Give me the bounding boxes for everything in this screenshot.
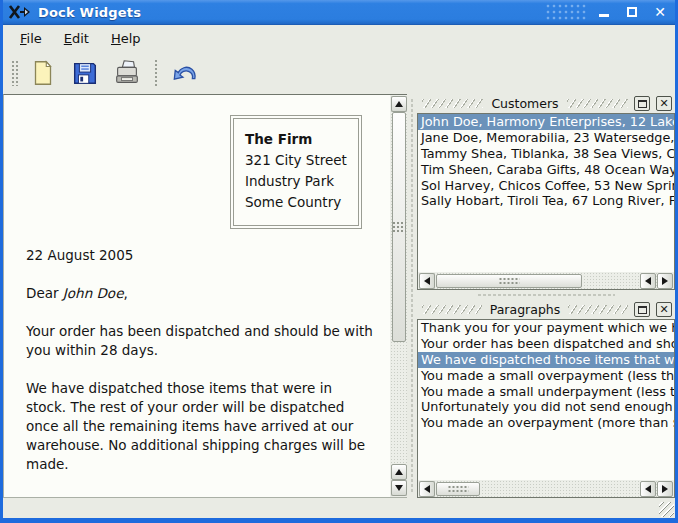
close-button[interactable]: ✕ — [649, 3, 671, 21]
letter-date: 22 August 2005 — [26, 246, 390, 265]
recipient-name: John Doe — [63, 285, 124, 301]
paragraph-list-item[interactable]: Your order has been dispatched and shoul… — [418, 336, 674, 352]
menu-file[interactable]: File — [11, 27, 51, 50]
menubar: File Edit Help — [3, 25, 675, 52]
customer-list-item[interactable]: Jane Doe, Memorabilia, 23 Watersedge, Be… — [418, 130, 674, 146]
new-letter-button[interactable] — [24, 55, 62, 91]
paragraphs-dock-titlebar[interactable]: Paragraphs ✕ — [417, 300, 675, 319]
menu-help[interactable]: Help — [102, 27, 150, 50]
arrow-up-icon — [395, 469, 403, 475]
letter-editor[interactable]: The Firm 321 City Street Industry Park S… — [4, 95, 390, 497]
dock-title-hatch — [422, 99, 483, 108]
editor-vertical-scrollbar[interactable] — [390, 95, 407, 497]
save-icon — [70, 58, 100, 88]
paragraph-list-item[interactable]: Unfortunately you did not send enough mo… — [418, 399, 674, 415]
company-address-line: Industry Park — [245, 171, 347, 192]
paragraph-list-item[interactable]: We have dispatched those items that were… — [418, 352, 674, 368]
scroll-up-button[interactable] — [391, 96, 407, 112]
toolbar-drag-handle[interactable] — [11, 60, 18, 86]
customers-list[interactable]: John Doe, Harmony Enterprises, 12 Lakesi… — [418, 114, 674, 272]
resize-grip[interactable] — [659, 502, 674, 517]
paragraph-list-item[interactable]: You made an overpayment (more than $5). … — [418, 415, 674, 431]
scrollbar-thumb[interactable] — [436, 482, 480, 496]
paragraphs-list[interactable]: Thank you for your payment which we have… — [418, 320, 674, 480]
customers-dock-titlebar[interactable]: Customers ✕ — [417, 94, 675, 113]
central-area: The Firm 321 City Street Industry Park S… — [3, 94, 675, 498]
letter-greeting: Dear John Doe, — [26, 284, 390, 303]
dock-close-button[interactable]: ✕ — [656, 302, 672, 317]
arrow-left-icon — [645, 485, 651, 493]
close-icon: ✕ — [659, 304, 668, 315]
arrow-left-icon — [424, 277, 430, 285]
paragraphs-horizontal-scrollbar[interactable] — [418, 480, 674, 497]
grip-dots — [392, 221, 406, 233]
arrow-left-icon — [424, 485, 430, 493]
titlebar-texture — [545, 3, 587, 21]
dock-splitter[interactable] — [417, 290, 675, 300]
scroll-left-button[interactable] — [640, 481, 656, 497]
new-document-icon — [28, 58, 58, 88]
scrollbar-thumb[interactable] — [436, 274, 582, 288]
arrow-left-icon — [645, 277, 651, 285]
paragraphs-list-frame: Thank you for your payment which we have… — [417, 319, 675, 498]
dock-area: Customers ✕ John Doe, Harmony Enterprise… — [417, 94, 675, 498]
customer-list-item[interactable]: Tim Sheen, Caraba Gifts, 48 Ocean Way, D… — [418, 162, 674, 178]
customers-dock: Customers ✕ John Doe, Harmony Enterprise… — [417, 94, 675, 290]
window-title: Dock Widgets — [38, 5, 141, 20]
scrollbar-track[interactable] — [391, 342, 406, 464]
paragraph-list-item[interactable]: You made a small overpayment (less than … — [418, 368, 674, 384]
minimize-button[interactable] — [593, 3, 615, 21]
grip-dots — [499, 277, 520, 285]
toolbar-separator — [154, 60, 158, 86]
float-icon — [638, 100, 647, 108]
scroll-right-button[interactable] — [657, 273, 673, 289]
menu-edit[interactable]: Edit — [55, 27, 98, 50]
scroll-up-button[interactable] — [391, 464, 407, 480]
print-letter-button[interactable] — [108, 55, 146, 91]
window-titlebar[interactable]: Dock Widgets ✕ — [3, 0, 675, 25]
maximize-button[interactable] — [621, 3, 643, 21]
paragraphs-dock: Paragraphs ✕ Thank you for your payment … — [417, 300, 675, 498]
dock-title-hatch — [422, 305, 482, 314]
company-address-box: The Firm 321 City Street Industry Park S… — [230, 115, 362, 229]
print-icon — [112, 58, 142, 88]
float-icon — [638, 306, 647, 314]
statusbar — [3, 498, 675, 518]
dock-area-splitter[interactable] — [407, 94, 417, 498]
customer-list-item[interactable]: Sol Harvey, Chicos Coffee, 53 New Spring… — [418, 178, 674, 194]
scroll-left-button[interactable] — [419, 273, 435, 289]
scrollbar-thumb[interactable] — [392, 112, 406, 342]
customer-list-item[interactable]: Tammy Shea, Tiblanka, 38 Sea Views, Carl… — [418, 146, 674, 162]
customers-dock-title: Customers — [489, 96, 560, 111]
dock-float-button[interactable] — [634, 302, 650, 317]
scroll-down-button[interactable] — [391, 480, 407, 496]
arrow-right-icon — [662, 277, 668, 285]
close-icon: ✕ — [659, 98, 668, 109]
company-address-line: Some Country — [245, 192, 347, 213]
undo-icon — [170, 58, 200, 88]
app-window: Dock Widgets ✕ File Edit Help — [0, 0, 678, 523]
undo-button[interactable] — [166, 55, 204, 91]
minimize-icon — [599, 14, 609, 17]
customer-list-item[interactable]: John Doe, Harmony Enterprises, 12 Lakesi… — [418, 114, 674, 130]
letter-editor-frame: The Firm 321 City Street Industry Park S… — [3, 94, 407, 498]
dock-title-hatch — [567, 99, 628, 108]
letter-paragraph: We have dispatched those items that were… — [26, 379, 374, 474]
customers-list-frame: John Doe, Harmony Enterprises, 12 Lakesi… — [417, 113, 675, 290]
save-letter-button[interactable] — [66, 55, 104, 91]
scroll-right-button[interactable] — [657, 481, 673, 497]
customer-list-item[interactable]: Sally Hobart, Tiroli Tea, 67 Long River,… — [418, 193, 674, 209]
arrow-down-icon — [395, 485, 403, 491]
paragraph-list-item[interactable]: Thank you for your payment which we have… — [418, 320, 674, 336]
x11-pin-icon — [8, 4, 32, 20]
dock-close-button[interactable]: ✕ — [656, 96, 672, 111]
paragraphs-dock-title: Paragraphs — [488, 302, 563, 317]
paragraph-list-item[interactable]: You made a small underpayment (less than… — [418, 384, 674, 400]
grip-dots — [448, 485, 469, 493]
arrow-up-icon — [395, 101, 403, 107]
company-name: The Firm — [245, 128, 347, 150]
dock-float-button[interactable] — [634, 96, 650, 111]
scroll-left-button[interactable] — [640, 273, 656, 289]
customers-horizontal-scrollbar[interactable] — [418, 272, 674, 289]
scroll-left-button[interactable] — [419, 481, 435, 497]
